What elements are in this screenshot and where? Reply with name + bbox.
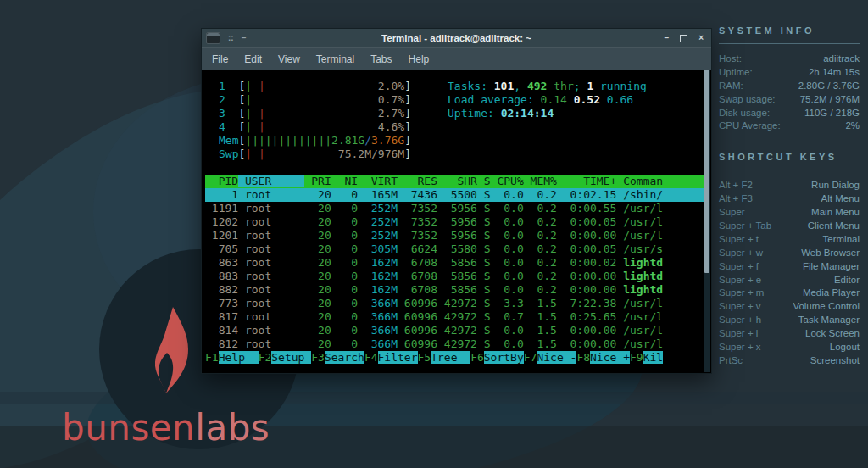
system-info-row-value: 2.80G / 3.76G: [798, 80, 860, 93]
system-info-section: SYSTEM INFO Host:adiitrackUptime:2h 14m …: [719, 25, 860, 133]
menu-item-terminal[interactable]: Terminal: [316, 53, 354, 65]
fkey-f9[interactable]: F9Kil: [630, 351, 663, 365]
shortcut-key-row: Alt + F3Alt Menu: [719, 192, 860, 206]
process-row[interactable]: 1 root 20 0 165M 7436 5500 S 0.0 0.2 0:0…: [205, 188, 708, 202]
shortcut-key-row-value: Web Browser: [801, 247, 860, 260]
header-cell-pid[interactable]: PID: [205, 175, 238, 187]
shortcut-key-row-label: Super + l: [719, 327, 758, 341]
menu-item-file[interactable]: File: [212, 53, 228, 65]
system-info-title: SYSTEM INFO: [719, 25, 860, 36]
scrollbar-thumb[interactable]: [704, 70, 709, 273]
process-row[interactable]: 882 root 20 0 162M 6708 5856 S 0.0 0.2 0…: [205, 283, 708, 297]
shortcut-key-row-value: Media Player: [803, 287, 860, 300]
shortcut-key-row-label: Super + t: [719, 233, 759, 247]
system-info-row-value: 2%: [845, 120, 860, 133]
fkey-f7[interactable]: F7Nice -: [524, 351, 577, 365]
meter-bar: | |75.2M/976M: [245, 148, 404, 161]
shortcut-key-row-label: Super + h: [719, 314, 761, 327]
shortcut-key-row-value: Alt Menu: [821, 192, 860, 206]
shortcut-keys-title: SHORTCUT KEYS: [719, 152, 860, 162]
process-row[interactable]: 812 root 20 0 366M 60996 42972 S 0.0 1.5…: [205, 337, 708, 351]
header-cell-cpu[interactable]: CPU%: [491, 175, 524, 187]
process-row[interactable]: 863 root 20 0 162M 6708 5856 S 0.0 0.2 0…: [205, 256, 708, 270]
header-cell-res[interactable]: RES: [398, 175, 437, 187]
shortcut-key-row-value: Volume Control: [793, 300, 860, 314]
fkey-f5[interactable]: F5Tree: [418, 351, 471, 365]
shortcut-key-row-label: Super + x: [719, 341, 761, 354]
shortcut-key-row-label: Super + e: [719, 274, 761, 287]
menu-item-tabs[interactable]: Tabs: [370, 53, 392, 65]
process-row[interactable]: 705 root 20 0 305M 6624 5580 S 0.0 0.2 0…: [205, 242, 708, 256]
window-menu-icon[interactable]: ::: [228, 34, 234, 42]
process-row[interactable]: 814 root 20 0 366M 60996 42972 S 0.0 1.5…: [205, 324, 708, 337]
process-row[interactable]: 773 root 20 0 366M 60996 42972 S 3.3 1.5…: [205, 297, 708, 310]
shortcut-key-row-label: Super + m: [719, 287, 764, 300]
system-info-row-value: 75.2M / 976M: [800, 93, 860, 107]
shortcut-key-row-label: Super: [719, 206, 745, 220]
shortcut-key-row-value: Run Dialog: [811, 179, 860, 192]
menu-item-help[interactable]: Help: [409, 53, 430, 65]
fkey-f4[interactable]: F4Filter: [364, 351, 418, 365]
fkey-f6[interactable]: F6SortBy: [470, 351, 524, 365]
header-cell-cmd[interactable]: Comman: [616, 175, 663, 187]
process-row[interactable]: 1201 root 20 0 252M 7352 5956 S 0.0 0.2 …: [205, 229, 708, 242]
window-controls: – ×: [665, 34, 711, 42]
meter-bar: |0.7%: [245, 93, 404, 107]
shortcut-key-row: Super + eEditor: [719, 274, 860, 287]
htop-function-bar: F1Help F2Setup F3SearchF4FilterF5Tree F6…: [205, 351, 711, 365]
system-info-row-label: RAM:: [719, 80, 743, 93]
header-cell-virt[interactable]: VIRT: [358, 175, 398, 187]
conky-panel: SYSTEM INFO Host:adiitrackUptime:2h 14m …: [719, 25, 860, 387]
terminal-content[interactable]: 1 [| |2.0%]2 [|0.7%]3 [| |2.7%]4 [| |4.6…: [202, 70, 711, 372]
fkey-f2[interactable]: F2Setup: [259, 351, 312, 365]
shortcut-key-row-label: Alt + F3: [719, 192, 753, 206]
header-cell-shr[interactable]: SHR: [437, 175, 477, 187]
process-row[interactable]: 883 root 20 0 162M 6708 5856 S 0.0 0.2 0…: [205, 270, 708, 283]
status-line-2: Uptime: 02:14:14: [448, 107, 647, 120]
titlebar-left: :: –: [202, 32, 246, 44]
maximize-button[interactable]: [680, 35, 687, 42]
process-row[interactable]: 1191 root 20 0 252M 7352 5956 S 0.0 0.2 …: [205, 202, 708, 215]
shortcut-key-row: PrtScScreenshot: [719, 354, 860, 368]
system-info-row-label: Uptime:: [719, 66, 753, 80]
system-info-row-value: 2h 14m 15s: [809, 66, 860, 80]
shortcut-key-row-value: Lock Screen: [805, 327, 860, 341]
shortcut-key-row-value: Screenshot: [810, 354, 860, 368]
menu-item-view[interactable]: View: [278, 53, 300, 65]
terminal-window: :: – Terminal - adiitrack@adiitrack: ~ –…: [201, 28, 712, 374]
system-info-row-label: Disk usage:: [719, 107, 770, 120]
shortcut-key-row-value: File Manager: [803, 260, 860, 274]
meter-bar: |||||||||||||2.81G/3.76G: [245, 134, 404, 148]
minimize-button[interactable]: –: [665, 34, 670, 42]
header-cell-mem[interactable]: MEM%: [524, 175, 557, 187]
shortcut-keys-section: SHORTCUT KEYS Alt + F2Run DialogAlt + F3…: [719, 152, 860, 367]
header-cell-ni[interactable]: NI: [331, 175, 358, 187]
meter-bar: | |2.7%: [245, 107, 404, 120]
shortcut-key-row-label: Super + v: [719, 300, 761, 314]
terminal-app-icon[interactable]: [206, 32, 220, 44]
logo-text-bunsen: bunsen: [62, 407, 195, 448]
header-cell-s[interactable]: S: [477, 175, 491, 187]
shade-icon[interactable]: –: [242, 34, 247, 42]
system-info-row-label: CPU Average:: [719, 120, 781, 133]
meter-mem: Mem[|||||||||||||2.81G/3.76G]: [219, 134, 711, 148]
fkey-f3[interactable]: F3Search: [311, 351, 364, 365]
header-cell-pri[interactable]: PRI: [304, 175, 331, 187]
shortcut-key-row-label: Super + f: [719, 260, 759, 274]
header-cell-user[interactable]: USER: [238, 175, 304, 187]
process-row[interactable]: 817 root 20 0 366M 60996 42972 S 0.7 1.5…: [205, 310, 708, 324]
close-button[interactable]: ×: [698, 34, 704, 42]
system-info-row-value: 110G / 218G: [804, 107, 860, 120]
fkey-f1[interactable]: F1Help: [205, 351, 259, 365]
system-info-row: RAM:2.80G / 3.76G: [719, 80, 860, 93]
window-titlebar[interactable]: :: – Terminal - adiitrack@adiitrack: ~ –…: [202, 29, 711, 47]
process-row[interactable]: 1202 root 20 0 252M 7352 5956 S 0.0 0.2 …: [205, 215, 708, 229]
menu-item-edit[interactable]: Edit: [244, 53, 262, 65]
fkey-f8[interactable]: F8Nice +: [576, 351, 630, 365]
shortcut-key-row-label: PrtSc: [719, 354, 743, 368]
system-info-row: Host:adiitrack: [719, 53, 860, 66]
system-info-row-label: Host:: [719, 53, 742, 66]
header-cell-time[interactable]: TIME+: [557, 175, 616, 187]
terminal-scrollbar[interactable]: [704, 70, 710, 372]
meter-swp: Swp[| |75.2M/976M]: [219, 148, 711, 161]
